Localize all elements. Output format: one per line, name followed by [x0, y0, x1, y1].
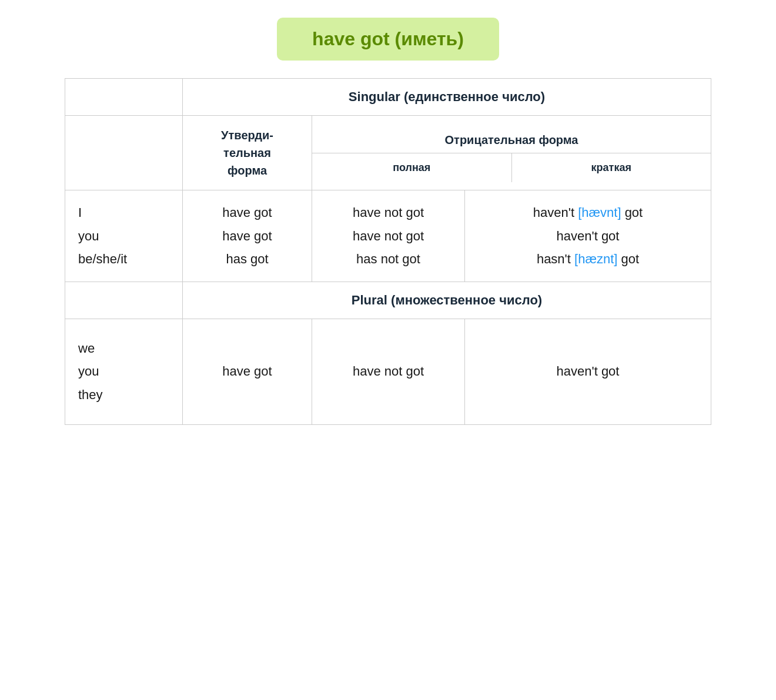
full-sub-header: полная: [312, 153, 512, 182]
subject-cell-plural: weyouthey: [65, 319, 183, 424]
affirmative-cell-singular: have gothave gothas got: [183, 190, 312, 282]
negative-header-label: Отрицательная форма: [312, 124, 711, 153]
negative-full-cell-singular: have not gothave not gothas not got: [312, 190, 465, 282]
empty-cell-plural: [65, 282, 183, 319]
plural-header: Plural (множественное число): [183, 282, 711, 319]
title-badge: have got (иметь): [277, 18, 499, 61]
column-headers-row: Утверди-тельнаяформа Отрицательная форма…: [65, 116, 711, 190]
singular-header-row: Singular (единственное число): [65, 79, 711, 116]
empty-cell-singular: [65, 79, 183, 116]
affirmative-header: Утверди-тельнаяформа: [183, 116, 312, 190]
phonetic-havnt: [hævnt]: [578, 205, 621, 220]
grammar-table: Singular (единственное число) Утверди-те…: [65, 78, 711, 425]
plural-header-row: Plural (множественное число): [65, 282, 711, 319]
page-container: have got (иметь) Singular (единственное …: [65, 18, 711, 425]
short-sub-header: краткая: [512, 153, 711, 182]
affirmative-cell-plural: have got: [183, 319, 312, 424]
title-text: have got (иметь): [312, 28, 464, 49]
empty-header-cell: [65, 116, 183, 190]
singular-header: Singular (единственное число): [183, 79, 711, 116]
phonetic-haznt: [hæznt]: [574, 252, 617, 266]
negative-short-cell-singular: haven't [hævnt] got haven't got hasn't […: [465, 190, 711, 282]
subject-cell-singular: Iyoube/she/it: [65, 190, 183, 282]
negative-header-group: Отрицательная форма полная краткая: [312, 116, 711, 190]
negative-full-cell-plural: have not got: [312, 319, 465, 424]
singular-data-row: Iyoube/she/it have gothave gothas got ha…: [65, 190, 711, 282]
plural-data-row: weyouthey have got have not got haven't …: [65, 319, 711, 424]
negative-short-cell-plural: haven't got: [465, 319, 711, 424]
